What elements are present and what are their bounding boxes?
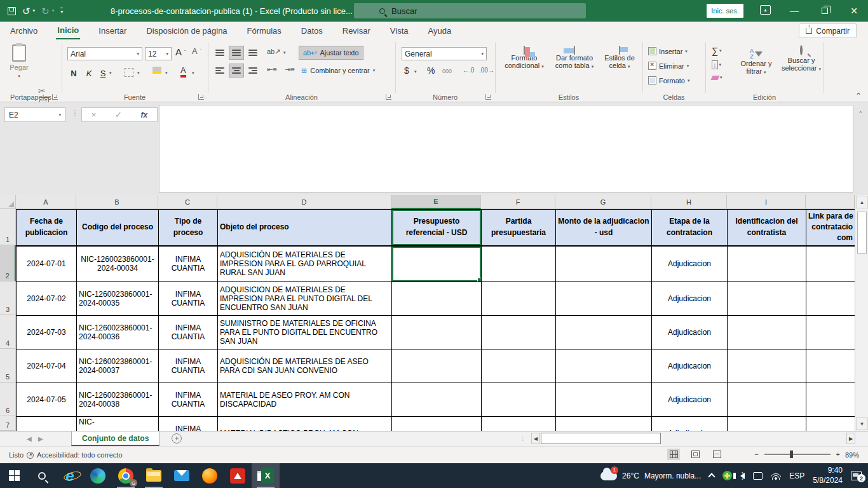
increase-indent-icon[interactable]: ⇥≡ [285, 65, 295, 74]
col-header-b[interactable]: B [76, 195, 158, 209]
col-header-a[interactable]: A [16, 195, 76, 209]
cell-partida[interactable] [482, 246, 556, 282]
cell-link[interactable] [806, 282, 855, 316]
insert-function-icon[interactable]: fx [141, 111, 148, 119]
weather-widget[interactable]: 1 26°C Mayorm. nubla... [600, 471, 701, 480]
scrollbar-splitter[interactable]: ⋮ [520, 435, 526, 442]
scroll-left-icon[interactable]: ◀ [531, 433, 540, 444]
wifi-icon[interactable] [771, 472, 781, 480]
font-size-select[interactable]: 12▾ [145, 47, 172, 60]
cell-codigo[interactable]: NIC-1260023860001-2024-00038 [77, 383, 159, 417]
align-center-button[interactable] [229, 64, 244, 78]
conditional-formatting-button[interactable]: Formato condicional ▾ [502, 46, 546, 71]
alineacion-dialog-launcher[interactable] [386, 94, 391, 100]
cell-objeto[interactable]: ADQUISICIÓN DE MATERIALES DE IMPRESION P… [218, 246, 392, 282]
tab-ayuda[interactable]: Ayuda [427, 23, 453, 39]
cell-tipo[interactable]: INFIMA CUANTIA [159, 417, 218, 431]
header-link[interactable]: Link para de contratacio com [806, 210, 855, 246]
cell-presupuesto[interactable] [392, 316, 482, 349]
cell-styles-button[interactable]: Estilos de celda ▾ [600, 46, 639, 71]
format-cells-button[interactable]: Formato▾ [648, 76, 689, 85]
decrease-decimal-icon[interactable]: .00→ [479, 67, 494, 74]
cell-tipo[interactable]: INFIMA CUANTIA [159, 316, 218, 349]
notification-center-icon[interactable]: 2 [851, 471, 862, 480]
underline-dropdown-icon[interactable]: ▾ [109, 71, 112, 76]
excel-taskbar-button[interactable]: X [252, 463, 280, 488]
volume-icon[interactable] [740, 473, 745, 479]
cell-codigo[interactable]: NIC- [77, 417, 159, 431]
collapse-formula-bar-icon[interactable]: ⌃ [858, 110, 864, 118]
cell-link[interactable] [806, 246, 855, 282]
normal-view-button[interactable] [667, 449, 680, 460]
cell-identificacion[interactable] [728, 282, 806, 316]
firefox-button[interactable] [196, 463, 224, 488]
cell-identificacion[interactable] [728, 383, 806, 417]
cell-tipo[interactable]: INFIMA CUANTIA [159, 282, 218, 316]
cell-monto[interactable] [556, 246, 652, 282]
cell-partida[interactable] [482, 349, 556, 383]
cell-etapa[interactable]: Adjudicacion [652, 316, 728, 349]
percent-icon[interactable]: % [427, 65, 435, 76]
cell-link[interactable] [806, 316, 855, 349]
cell-tipo[interactable]: INFIMA CUANTIA [159, 349, 218, 383]
close-button[interactable]: ✕ [840, 0, 868, 22]
header-tipo[interactable]: Tipo de proceso [159, 210, 218, 246]
tab-revisar[interactable]: Revisar [341, 23, 372, 39]
scroll-right-icon[interactable]: ▶ [846, 433, 855, 444]
share-button[interactable]: Compartir [799, 24, 857, 38]
tablet-mode-icon[interactable] [753, 472, 763, 480]
antivirus-tray-icon[interactable] [722, 471, 732, 480]
number-format-select[interactable]: General▾ [402, 47, 487, 60]
cell-monto[interactable] [556, 383, 652, 417]
collapse-ribbon-icon[interactable]: ⌃ [855, 92, 862, 100]
zoom-slider-thumb[interactable] [790, 451, 793, 458]
cell-presupuesto[interactable] [392, 383, 482, 417]
cell-monto[interactable] [556, 417, 652, 431]
sign-in-button[interactable]: Inic. ses. [707, 4, 743, 18]
row-header-4[interactable]: 4 [0, 315, 16, 349]
undo-icon[interactable]: ↺ [22, 6, 31, 16]
align-left-button[interactable] [212, 64, 227, 78]
file-explorer-button[interactable] [140, 463, 168, 488]
tab-datos[interactable]: Datos [300, 23, 324, 39]
cell-objeto[interactable]: SUMINISTRO DE MATERIALES DE OFICINA PARA… [218, 316, 392, 349]
cell-link[interactable] [806, 417, 855, 431]
sort-filter-button[interactable]: AZ Ordenar y filtrar ▾ [736, 46, 776, 76]
acrobat-button[interactable] [224, 463, 252, 488]
sheet-tab-active[interactable]: Conjunto de datos [71, 431, 159, 446]
cell-etapa[interactable]: Adjudicacion [652, 246, 728, 282]
format-as-table-button[interactable]: Dar formato como tabla ▾ [550, 46, 599, 71]
search-box[interactable]: Buscar [354, 3, 586, 18]
cell-objeto[interactable]: MATERIAL DE ASEO PROY. AM CON DISCAPACID… [218, 383, 392, 417]
cell-fecha[interactable]: 2024-07-03 [17, 316, 77, 349]
cell-identificacion[interactable] [728, 316, 806, 349]
header-presupuesto[interactable]: Presupuesto referencial - USD [392, 210, 482, 246]
cell-codigo[interactable]: NIC-1260023860001-2024-00035 [77, 282, 159, 316]
cell-codigo[interactable]: NIC-1260023860001-2024-00036 [77, 316, 159, 349]
insert-cells-button[interactable]: Insertar▾ [648, 47, 688, 55]
header-etapa[interactable]: Etapa de la contratacion [652, 210, 728, 246]
formula-input[interactable] [159, 105, 853, 193]
row-header-5[interactable]: 5 [0, 349, 16, 383]
cell-partida[interactable] [482, 383, 556, 417]
cell-fecha[interactable]: 2024-07-05 [17, 383, 77, 417]
borders-icon[interactable] [125, 68, 133, 77]
header-objeto[interactable]: Objeto del proceso [218, 210, 392, 246]
vertical-scroll-thumb[interactable] [857, 212, 867, 254]
clock[interactable]: 9:40 5/8/2024 [813, 466, 843, 485]
cell-tipo[interactable]: INFIMA CUANTIA [159, 246, 218, 282]
col-header-f[interactable]: F [481, 195, 555, 209]
delete-cells-button[interactable]: Eliminar▾ [648, 62, 689, 70]
zoom-percentage[interactable]: 89% [845, 451, 859, 459]
start-button[interactable] [0, 463, 28, 488]
cell-codigo[interactable]: NIC-1260023860001-2024-00037 [77, 349, 159, 383]
tab-inicio[interactable]: Inicio [56, 22, 80, 39]
cell-presupuesto[interactable] [392, 282, 482, 316]
col-header-d[interactable]: D [217, 195, 391, 209]
cell-partida[interactable] [482, 417, 556, 431]
cell-fecha[interactable] [17, 417, 77, 431]
header-partida[interactable]: Partida presupuestaria [482, 210, 556, 246]
tab-archivo[interactable]: Archivo [9, 23, 39, 39]
decrease-indent-icon[interactable]: ⇤≡ [267, 65, 277, 74]
sheet-next-icon[interactable]: ▶ [38, 435, 43, 442]
